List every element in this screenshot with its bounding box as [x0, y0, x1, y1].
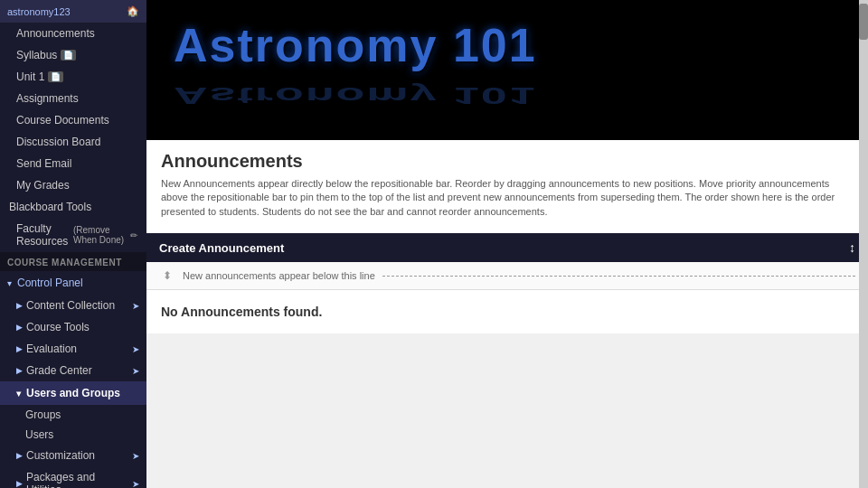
course-management-label: COURSE MANAGEMENT [0, 252, 146, 271]
arrow-icon2: ➤ [132, 344, 139, 354]
arrow-icon3: ➤ [132, 366, 139, 376]
right-arrow-icon: ▶ [16, 301, 23, 310]
users-and-groups-header[interactable]: ▾ Users and Groups [0, 381, 146, 405]
sidebar-item-faculty-resources[interactable]: Faculty Resources (Remove When Done) ✏ [0, 218, 146, 252]
sidebar-item-assignments[interactable]: Assignments [0, 88, 146, 109]
banner-title: Astronomy 101 [146, 0, 868, 72]
create-announcement-bar: Create Announcement ↕ [146, 233, 868, 262]
scrollbar-thumb[interactable] [859, 4, 868, 40]
right-arrow-icon3: ▶ [16, 344, 23, 353]
sidebar-item-course-documents[interactable]: Course Documents [0, 109, 146, 131]
new-announcements-label: New announcements appear below this line [183, 270, 375, 281]
right-arrow-icon6: ▶ [16, 479, 23, 488]
no-announcements-label: No Announcements found. [146, 290, 868, 333]
chevron-down-icon: ▾ [7, 278, 12, 288]
sidebar-item-unit1[interactable]: Unit 1 📄 [0, 66, 146, 88]
create-announcement-button[interactable]: Create Announcement [159, 241, 284, 255]
sidebar-item-syllabus[interactable]: Syllabus 📄 [0, 44, 146, 66]
content-area: Announcements New Announcements appear d… [146, 140, 868, 488]
drag-handle-icon[interactable]: ⬍ [159, 267, 175, 284]
control-panel-header[interactable]: ▾ Control Panel [0, 271, 146, 295]
sidebar-item-blackboard-tools[interactable]: Blackboard Tools [0, 196, 146, 218]
dashed-line [382, 276, 855, 277]
edit-icon: ✏ [130, 230, 137, 240]
sidebar-item-users[interactable]: Users [0, 425, 146, 445]
unit1-badge: 📄 [48, 71, 63, 82]
sidebar-item-grade-center[interactable]: ▶ Grade Center ➤ [0, 360, 146, 381]
arrow-icon4: ➤ [132, 451, 139, 461]
course-name-label: astronomy123 [7, 6, 71, 17]
main-content: Astronomy 101 Astronomy 101 Announcement… [146, 0, 868, 488]
banner-title-reflection: Astronomy 101 [146, 84, 868, 108]
sidebar-item-content-collection[interactable]: ▶ Content Collection ➤ [0, 295, 146, 316]
sidebar-item-evaluation[interactable]: ▶ Evaluation ➤ [0, 338, 146, 360]
announcements-description: New Announcements appear directly below … [161, 177, 854, 219]
announcements-header: Announcements New Announcements appear d… [146, 140, 868, 233]
sidebar-item-customization[interactable]: ▶ Customization ➤ [0, 445, 146, 466]
course-banner: Astronomy 101 Astronomy 101 [146, 0, 868, 140]
sidebar-item-announcements[interactable]: Announcements [0, 23, 146, 44]
new-announcements-bar: ⬍ New announcements appear below this li… [146, 262, 868, 290]
course-header[interactable]: astronomy123 🏠 [0, 0, 146, 23]
announcements-title: Announcements [161, 151, 854, 172]
syllabus-badge: 📄 [61, 50, 76, 61]
scrollbar[interactable] [859, 0, 868, 488]
sidebar-item-discussion-board[interactable]: Discussion Board [0, 131, 146, 153]
arrow-icon: ➤ [132, 301, 139, 311]
sort-icon: ↕ [849, 240, 855, 255]
sidebar-item-course-tools[interactable]: ▶ Course Tools [0, 316, 146, 338]
right-arrow-icon4: ▶ [16, 366, 23, 375]
sidebar-item-packages-utilities[interactable]: ▶ Packages and Utilities ➤ [0, 466, 146, 488]
announcements-section: Announcements New Announcements appear d… [146, 140, 868, 333]
sidebar-item-send-email[interactable]: Send Email [0, 153, 146, 174]
right-arrow-icon2: ▶ [16, 323, 23, 332]
home-icon[interactable]: 🏠 [127, 5, 139, 17]
chevron-down-icon2: ▾ [16, 389, 21, 399]
sidebar: astronomy123 🏠 Announcements Syllabus 📄 … [0, 0, 146, 488]
sidebar-item-groups[interactable]: Groups [0, 405, 146, 425]
sidebar-item-my-grades[interactable]: My Grades [0, 174, 146, 196]
right-arrow-icon5: ▶ [16, 451, 23, 460]
arrow-icon5: ➤ [132, 479, 139, 489]
